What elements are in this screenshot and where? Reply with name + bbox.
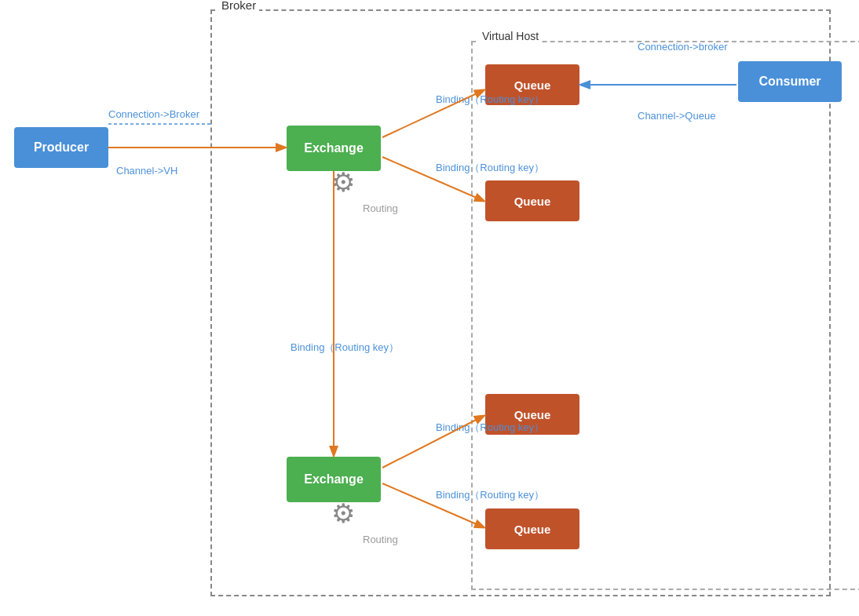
gear1-icon: ⚙ xyxy=(331,166,355,198)
binding2-label: Binding（Routing key） xyxy=(436,161,544,175)
exchange2-label: Exchange xyxy=(304,472,364,487)
producer-label: Producer xyxy=(34,140,89,155)
exchange2-box: Exchange xyxy=(287,457,381,502)
diagram: { "title": "RabbitMQ Architecture Diagra… xyxy=(0,0,859,616)
queue4-label: Queue xyxy=(514,523,551,536)
binding3-label: Binding（Routing key） xyxy=(291,341,399,355)
connection-broker2-label: Connection->broker xyxy=(638,41,728,53)
broker-label: Broker xyxy=(218,0,259,12)
queue4-box: Queue xyxy=(485,508,579,549)
binding5-label: Binding（Routing key） xyxy=(436,488,544,502)
producer-box: Producer xyxy=(14,127,108,168)
connection-broker-label: Connection->Broker xyxy=(108,108,199,120)
consumer-label: Consumer xyxy=(758,75,821,89)
consumer-box: Consumer xyxy=(738,61,842,102)
routing-label2: Routing xyxy=(363,534,398,545)
binding4-label: Binding（Routing key） xyxy=(436,421,544,435)
gear2-icon: ⚙ xyxy=(331,498,355,529)
channel-queue-label: Channel->Queue xyxy=(638,110,715,122)
binding1-label: Binding（Routing key） xyxy=(436,93,544,107)
queue2-box: Queue xyxy=(485,180,579,221)
vhost-box: Virtual Host xyxy=(471,41,859,590)
routing-label1: Routing xyxy=(363,202,398,214)
queue2-label: Queue xyxy=(514,195,551,208)
channel-vh-label: Channel->VH xyxy=(116,165,177,177)
exchange1-label: Exchange xyxy=(304,141,364,155)
queue1-label: Queue xyxy=(514,78,551,92)
exchange1-box: Exchange xyxy=(287,126,381,171)
vhost-label: Virtual Host xyxy=(479,30,542,42)
queue3-label: Queue xyxy=(514,408,551,421)
